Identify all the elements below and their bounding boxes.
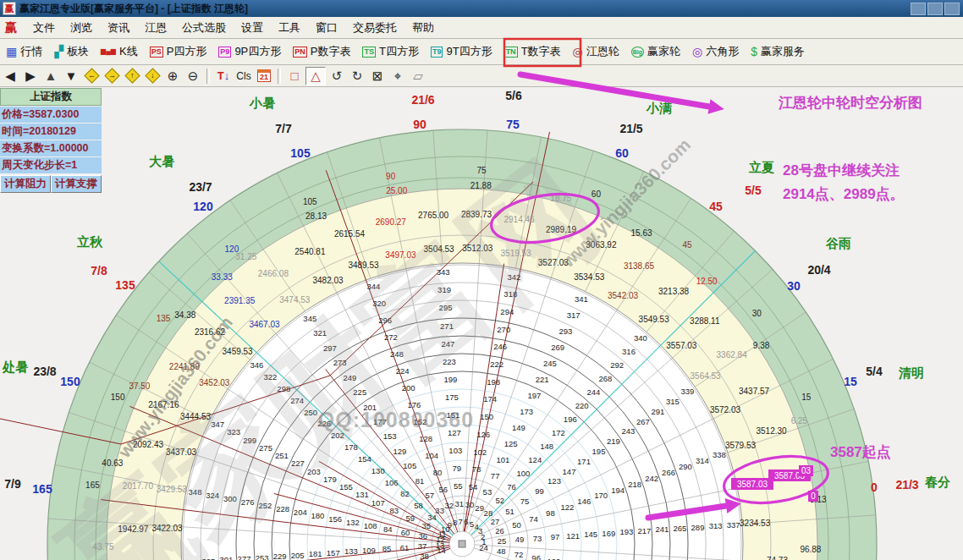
toolbar-button-行情[interactable]: ▦行情 bbox=[0, 42, 48, 61]
zoom-in-icon[interactable]: ⊕ bbox=[163, 68, 182, 85]
price-label-outer: 2391.35 bbox=[224, 296, 256, 305]
menu-item-8[interactable]: 交易委托 bbox=[345, 19, 404, 36]
toolbar-button-六角形[interactable]: ◎六角形 bbox=[686, 42, 745, 61]
wheel-number: 77 bbox=[491, 471, 500, 480]
wheel-number: 145 bbox=[584, 530, 597, 539]
calendar-ring-label: 21/6 bbox=[411, 93, 434, 107]
rotate-ccw-icon[interactable]: ↺ bbox=[327, 68, 346, 85]
pan-left-icon[interactable]: ← bbox=[82, 68, 101, 85]
wheel-number: 218 bbox=[628, 480, 641, 489]
triangle-tool-icon[interactable]: △ bbox=[305, 67, 326, 85]
wheel-number: 181 bbox=[309, 549, 322, 558]
forward-arrow-icon[interactable]: ▶ bbox=[21, 68, 40, 85]
price-axis-icon[interactable]: T↓ bbox=[214, 68, 233, 85]
wheel-number: 130 bbox=[371, 466, 385, 475]
menu-item-3[interactable]: 江恩 bbox=[137, 19, 174, 36]
toolbar-button-赢家轮[interactable]: Big赢家轮 bbox=[625, 42, 686, 61]
toolbar-button-赢家服务[interactable]: $赢家服务 bbox=[745, 42, 811, 61]
calc-button-0[interactable]: 计算阻力 bbox=[0, 175, 51, 193]
down-arrow-icon[interactable]: ▼ bbox=[62, 68, 80, 85]
pan-right-icon[interactable]: → bbox=[102, 68, 121, 85]
price-label-inner: 3572.03 bbox=[710, 405, 741, 415]
toolbar-label: 9T四方形 bbox=[446, 44, 492, 59]
zoom-out-icon[interactable]: ⊖ bbox=[184, 68, 202, 85]
minimize-button[interactable] bbox=[911, 3, 926, 15]
toolbar-button-江恩轮[interactable]: ◎江恩轮 bbox=[567, 42, 625, 61]
price-label-outer: 3437.57 bbox=[739, 387, 770, 396]
wheel-number: 290 bbox=[679, 462, 692, 471]
menu-item-1[interactable]: 浏览 bbox=[63, 19, 100, 36]
percent-label: 96.88 bbox=[800, 545, 821, 554]
toolbar-button-T数字表[interactable]: TNT数字表 bbox=[498, 42, 567, 61]
pan-down-icon[interactable]: ↓ bbox=[143, 68, 162, 85]
calendar-ring-label: 谷雨 bbox=[825, 236, 851, 250]
wheel-number: 222 bbox=[490, 360, 504, 369]
toolbar-label: 赢家服务 bbox=[761, 44, 805, 59]
window-buttons bbox=[911, 3, 960, 15]
toolbar-button-P四方形[interactable]: PSP四方形 bbox=[144, 42, 213, 61]
wheel-number: 83 bbox=[389, 506, 399, 515]
cls-button[interactable]: Cls bbox=[234, 68, 253, 85]
toolbar-button-K线[interactable]: ▆▄▆K线 bbox=[95, 42, 144, 61]
back-arrow-icon[interactable]: ◀ bbox=[1, 68, 19, 85]
tn-icon: TN bbox=[504, 47, 518, 58]
calendar-ring-label: 春分 bbox=[924, 475, 950, 489]
wheel-number: 108 bbox=[364, 521, 377, 530]
wheel-number: 104 bbox=[425, 451, 438, 460]
degree-label: 60 bbox=[592, 189, 602, 199]
wheel-number: 292 bbox=[610, 360, 624, 370]
wheel-number: 147 bbox=[563, 467, 576, 476]
ps-icon: PS bbox=[150, 47, 163, 58]
menu-item-4[interactable]: 公式选股 bbox=[174, 19, 234, 36]
wheel-number: 157 bbox=[327, 548, 340, 557]
percent-label: 31.25 bbox=[235, 252, 256, 261]
wheel-number: 6 bbox=[464, 517, 468, 526]
calendar-ring-label: 60 bbox=[615, 146, 629, 160]
toolbar-button-T四方形[interactable]: TST四方形 bbox=[356, 42, 424, 61]
close-button[interactable] bbox=[944, 3, 960, 15]
menu-item-7[interactable]: 窗口 bbox=[308, 19, 345, 36]
center-icon[interactable]: ⌖ bbox=[388, 68, 407, 85]
pan-up-icon[interactable]: ↑ bbox=[123, 68, 141, 85]
wheel-number: 49 bbox=[515, 535, 525, 544]
rotate-cw-icon[interactable]: ↻ bbox=[348, 68, 366, 85]
gann-wheel-icon: ◎ bbox=[573, 46, 583, 58]
wheel-number: 36 bbox=[418, 531, 427, 541]
calc-button-1[interactable]: 计算支撑 bbox=[51, 175, 102, 193]
calendar-icon[interactable]: 21 bbox=[255, 68, 273, 85]
wheel-number: 59 bbox=[405, 513, 415, 523]
winner-wheel-icon: Big bbox=[631, 47, 644, 58]
calendar-ring-label: 立秋 bbox=[76, 234, 103, 249]
calendar-ring-label: 小暑 bbox=[249, 96, 275, 110]
maximize-button[interactable] bbox=[927, 3, 943, 15]
percent-label: 12.50 bbox=[696, 277, 718, 286]
toolbar-button-P数字表[interactable]: PNP数字表 bbox=[287, 42, 356, 61]
calendar-ring-label: 21/3 bbox=[895, 478, 918, 491]
wheel-number: 313 bbox=[709, 521, 723, 530]
toolbar-button-9T四方形[interactable]: T99T四方形 bbox=[425, 42, 498, 61]
wheel-number: 55 bbox=[454, 481, 463, 491]
menu-item-9[interactable]: 帮助 bbox=[404, 19, 442, 36]
wheel-number: 266 bbox=[662, 468, 675, 477]
wheel-number: 38 bbox=[420, 552, 429, 560]
wheel-number: 154 bbox=[358, 454, 371, 464]
wheel-number: 72 bbox=[515, 550, 524, 559]
percent-label: 15.63 bbox=[630, 228, 652, 238]
square-tool-icon[interactable]: □ bbox=[285, 68, 304, 85]
menu-item-0[interactable]: 文件 bbox=[25, 19, 63, 36]
menu-item-6[interactable]: 工具 bbox=[271, 19, 308, 36]
gann-wheel-chart[interactable]: 1234567891011121314242526272829303132333… bbox=[0, 86, 963, 560]
toolbar-button-9P四方形[interactable]: P99P四方形 bbox=[212, 42, 287, 61]
calendar-ring-label: 清明 bbox=[898, 365, 924, 380]
wheel-number: 125 bbox=[504, 439, 518, 448]
menu-item-2[interactable]: 资讯 bbox=[100, 19, 137, 36]
toolbar-button-板块[interactable]: ▞板块 bbox=[48, 42, 95, 61]
candles-icon: ▆▄▆ bbox=[101, 46, 116, 58]
percent-label: 33.33 bbox=[212, 272, 233, 282]
wheel-number: 29 bbox=[475, 503, 484, 513]
delete-box-icon[interactable]: ⊠ bbox=[368, 68, 387, 85]
toolbar-label: 六角形 bbox=[706, 44, 739, 59]
up-arrow-icon[interactable]: ▲ bbox=[41, 68, 60, 85]
menu-item-5[interactable]: 设置 bbox=[234, 19, 271, 36]
board-icon[interactable]: ▱ bbox=[409, 68, 427, 85]
